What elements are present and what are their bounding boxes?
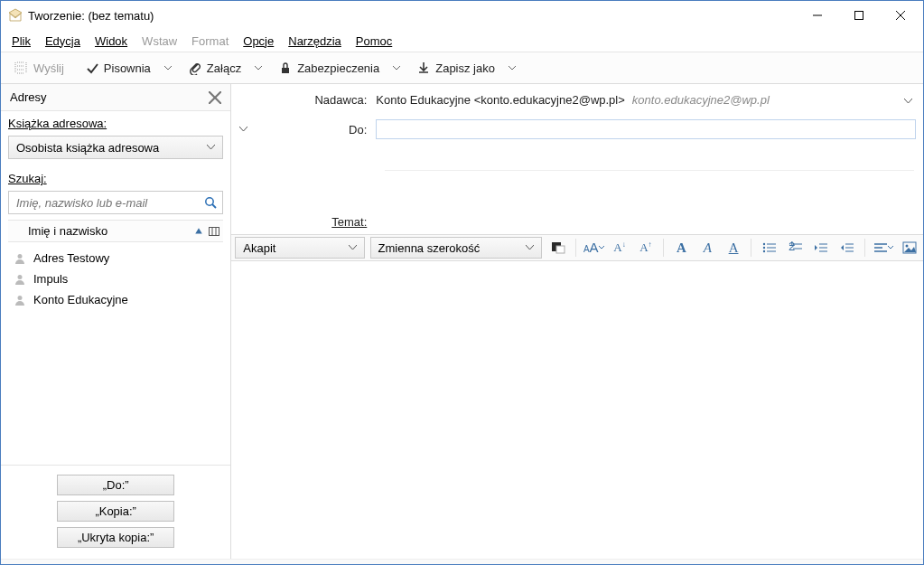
menu-file[interactable]: Plik: [6, 33, 36, 50]
search-label: Szukaj:: [8, 172, 223, 185]
spelling-dropdown[interactable]: [162, 66, 174, 71]
toolbar: Wyślij Pisownia Załącz Zabezpieczenia Za…: [1, 52, 923, 84]
send-icon: [14, 61, 28, 75]
contacts-list: Adres Testowy Impuls Konto Edukacyjne: [8, 248, 223, 465]
svg-point-17: [763, 243, 765, 245]
from-label: Nadawca:: [231, 93, 376, 107]
spelling-button[interactable]: Pisownia: [79, 58, 158, 79]
contact-item[interactable]: Konto Edukacyjne: [8, 289, 223, 310]
saveas-dropdown[interactable]: [506, 66, 518, 71]
sidebar-title: Adresy: [10, 90, 46, 104]
outdent-button[interactable]: [811, 238, 832, 258]
font-smaller-button[interactable]: A↓: [610, 238, 630, 258]
menu-edit[interactable]: Edycja: [40, 33, 86, 50]
contact-item[interactable]: Adres Testowy: [8, 248, 223, 268]
addressbook-label: Książka adresowa:: [8, 117, 223, 130]
svg-line-8: [212, 204, 216, 208]
svg-rect-1: [855, 12, 863, 20]
contacts-sidebar: Adresy Książka adresowa: Osobista książk…: [1, 84, 231, 559]
person-icon: [14, 273, 26, 286]
insert-image-button[interactable]: [899, 238, 919, 258]
svg-point-21: [763, 250, 765, 252]
chevron-down-icon: [349, 245, 357, 250]
sort-up-icon: [194, 227, 203, 236]
font-family-select[interactable]: Zmienna szerokość: [370, 237, 543, 259]
svg-point-19: [763, 247, 765, 249]
from-dropdown[interactable]: [900, 93, 916, 107]
svg-point-7: [206, 198, 213, 205]
search-icon[interactable]: [204, 196, 217, 209]
maximize-button[interactable]: [838, 2, 880, 29]
align-button[interactable]: [873, 238, 893, 258]
attach-button[interactable]: Załącz: [182, 57, 248, 79]
contacts-search: [8, 191, 223, 214]
menu-insert[interactable]: Wstaw: [136, 33, 182, 50]
sidebar-header: Adresy: [1, 84, 230, 111]
check-icon: [86, 61, 98, 74]
svg-rect-9: [210, 227, 219, 235]
menu-tools[interactable]: Narzędzia: [283, 33, 347, 50]
contacts-list-header[interactable]: Imię i nazwisko: [8, 220, 223, 242]
security-dropdown[interactable]: [390, 66, 403, 71]
security-button[interactable]: Zabezpieczenia: [272, 58, 387, 79]
add-to-button[interactable]: „Do:”: [57, 475, 174, 495]
statusbar: [1, 559, 923, 564]
from-picker[interactable]: Konto Edukacyjne <konto.edukacyjne2@wp.p…: [376, 93, 900, 107]
svg-text:2: 2: [789, 241, 795, 253]
to-row: Do:: [231, 115, 923, 144]
person-icon: [14, 252, 26, 265]
menu-format[interactable]: Format: [186, 33, 234, 50]
indent-button[interactable]: [837, 238, 858, 258]
compose-panel: Nadawca: Konto Edukacyjne <konto.edukacy…: [231, 84, 923, 559]
sidebar-footer: „Do:” „Kopia:” „Ukryta kopia:”: [1, 465, 230, 559]
svg-point-37: [905, 245, 908, 248]
column-picker-icon[interactable]: [209, 227, 219, 236]
chevron-down-icon: [207, 145, 215, 150]
to-input[interactable]: [376, 119, 916, 139]
saveas-button[interactable]: Zapisz jako: [410, 58, 502, 79]
search-input[interactable]: [16, 196, 199, 210]
message-body-editor[interactable]: [231, 261, 923, 559]
from-row: Nadawca: Konto Edukacyjne <konto.edukacy…: [231, 84, 923, 115]
underline-button[interactable]: A: [723, 238, 744, 258]
menu-options[interactable]: Opcje: [238, 33, 279, 50]
menu-help[interactable]: Pomoc: [350, 33, 397, 50]
svg-point-14: [18, 296, 23, 300]
font-size-button[interactable]: AA: [583, 238, 604, 258]
recipients-spacer2: [385, 171, 914, 198]
svg-point-13: [18, 275, 23, 279]
paperclip-icon: [189, 61, 201, 75]
send-button[interactable]: Wyślij: [6, 57, 71, 79]
addressbook-select[interactable]: Osobista książka adresowa: [8, 136, 223, 159]
menubar: Plik Edycja Widok Wstaw Format Opcje Nar…: [1, 30, 923, 52]
recipients-spacer: [385, 144, 914, 171]
svg-rect-4: [282, 68, 289, 73]
text-color-button[interactable]: [547, 238, 568, 258]
lock-icon: [279, 61, 292, 74]
svg-point-12: [18, 254, 23, 259]
format-toolbar: Akapit Zmienna szerokość AA A↓ A↑ A A A …: [231, 234, 923, 261]
chevron-down-icon: [526, 245, 534, 250]
font-larger-button[interactable]: A↑: [635, 238, 656, 258]
sidebar-close-icon[interactable]: [209, 91, 221, 104]
minimize-button[interactable]: [797, 2, 838, 29]
menu-view[interactable]: Widok: [89, 33, 133, 50]
paragraph-style-select[interactable]: Akapit: [235, 237, 364, 259]
close-button[interactable]: [880, 2, 921, 29]
bold-button[interactable]: A: [671, 238, 692, 258]
contact-item[interactable]: Impuls: [8, 268, 223, 289]
person-icon: [14, 294, 26, 306]
subject-row: Temat:: [231, 198, 923, 234]
subject-label: Temat:: [231, 215, 376, 229]
window-title: Tworzenie: (bez tematu): [28, 9, 797, 23]
add-bcc-button[interactable]: „Ukryta kopia:”: [57, 527, 174, 548]
subject-input[interactable]: [376, 209, 916, 229]
attach-dropdown[interactable]: [252, 66, 265, 71]
italic-button[interactable]: A: [697, 238, 718, 258]
bulleted-list-button[interactable]: [759, 238, 779, 258]
numbered-list-button[interactable]: 12: [785, 238, 806, 258]
add-cc-button[interactable]: „Kopia:”: [57, 501, 174, 522]
download-icon: [417, 61, 430, 74]
titlebar: Tworzenie: (bez tematu): [1, 1, 923, 30]
recipients-expand[interactable]: [231, 127, 255, 132]
